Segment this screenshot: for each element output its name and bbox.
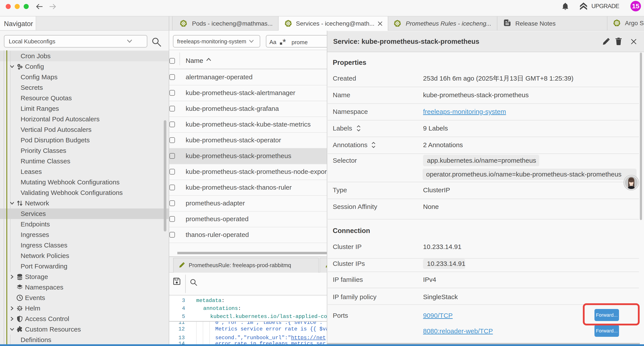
svg-text:HELM: HELM [17,308,22,310]
